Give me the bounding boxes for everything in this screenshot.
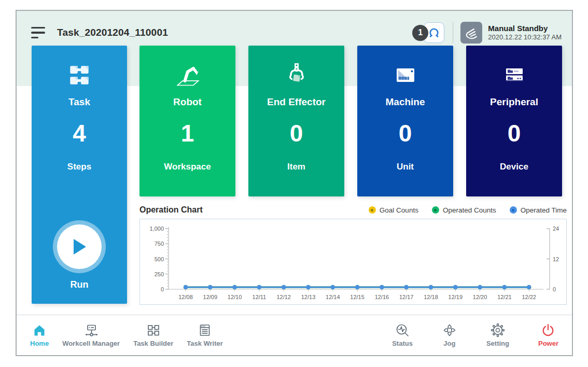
card-title: Robot	[139, 96, 235, 108]
chart-legend: Goal Counts Operated Counts Operated Tim…	[369, 206, 567, 214]
nav-item-setting[interactable]: Setting	[486, 323, 509, 347]
svg-text:12/22: 12/22	[522, 294, 536, 300]
svg-text:24: 24	[553, 225, 559, 232]
peripheral-card[interactable]: Peripheral 0 Device	[466, 46, 562, 196]
nav-label: Home	[30, 340, 49, 347]
machine-icon	[357, 59, 453, 91]
svg-text:12/08: 12/08	[178, 294, 193, 300]
nav-label: Status	[392, 340, 413, 347]
svg-text:12/09: 12/09	[203, 294, 218, 300]
card-value: 1	[139, 119, 235, 147]
svg-text:12/15: 12/15	[350, 294, 365, 300]
robot-arm-icon	[139, 59, 235, 91]
nav-label: Task Writer	[187, 340, 223, 347]
timestamp: 2020.12.22 10:32:37 AM	[488, 33, 562, 42]
header-right: 1	[412, 22, 562, 44]
chart-plot-area: 02505007501,00012/0812/0912/1012/1112/12…	[139, 219, 567, 305]
card-value: 4	[32, 119, 127, 147]
nav-label: Power	[538, 340, 558, 347]
legend-operated-counts[interactable]: Operated Counts	[432, 206, 496, 214]
card-value: 0	[248, 119, 344, 147]
svg-text:12/17: 12/17	[399, 294, 414, 300]
chart-header: Operation Chart Goal Counts Operated Cou…	[139, 203, 567, 217]
nav-label: Task Builder	[133, 340, 173, 347]
machine-card[interactable]: Machine 0 Unit	[357, 46, 453, 196]
card-title: Peripheral	[466, 96, 562, 108]
peripheral-server-icon	[466, 59, 562, 91]
nav-group-right: Status Jog	[392, 323, 558, 347]
operation-chart-section: Operation Chart Goal Counts Operated Cou…	[139, 203, 567, 305]
card-unit: Workspace	[139, 162, 235, 172]
run-label: Run	[71, 279, 89, 290]
legend-operated-time[interactable]: Operated Time	[510, 206, 567, 214]
page-title: Task_20201204_110001	[57, 27, 168, 38]
nav-item-status[interactable]: Status	[392, 323, 413, 347]
app-frame: Task_20201204_110001 1	[16, 10, 573, 356]
home-icon	[32, 323, 47, 337]
nav-item-jog[interactable]: Jog	[442, 323, 457, 347]
card-unit: Unit	[357, 162, 453, 172]
run-circle[interactable]	[57, 224, 102, 269]
card-unit: Item	[248, 162, 344, 172]
operation-chart: 02505007501,00012/0812/0912/1012/1112/12…	[140, 219, 566, 304]
run-button[interactable]: Run	[32, 224, 127, 290]
screen: Task_20201204_110001 1	[0, 0, 588, 367]
card-title: End Effector	[248, 96, 344, 108]
manual-hand-icon	[464, 25, 479, 40]
end-effector-gripper-icon	[248, 59, 344, 91]
nav-item-power[interactable]: Power	[538, 323, 558, 347]
svg-text:12/20: 12/20	[473, 294, 487, 300]
setting-icon	[490, 323, 506, 337]
svg-text:12/16: 12/16	[375, 294, 389, 300]
nav-label: Setting	[486, 340, 509, 347]
operated-counts-dot-icon	[432, 206, 439, 214]
card-title: Task	[32, 96, 127, 108]
robot-card[interactable]: Robot 1 Workspace	[139, 46, 235, 196]
svg-text:12/19: 12/19	[449, 294, 463, 300]
card-value: 0	[466, 119, 562, 147]
chart-title: Operation Chart	[139, 205, 203, 215]
svg-text:500: 500	[155, 256, 164, 262]
nav-item-task-writer[interactable]: Task Writer	[187, 323, 223, 347]
svg-text:250: 250	[155, 271, 164, 277]
notification-badge[interactable]: 1	[412, 25, 428, 41]
nav-item-workcell-manager[interactable]: Workcell Manager	[62, 323, 120, 347]
mode-label: Manual Standby	[488, 23, 562, 34]
stat-cards-row: Robot 1 Workspace	[139, 46, 562, 196]
card-unit: Device	[466, 162, 562, 172]
svg-text:12/10: 12/10	[228, 294, 242, 300]
power-icon	[540, 323, 556, 337]
nav-group-left: Home Workc	[30, 323, 223, 347]
mode-status: Manual Standby 2020.12.22 10:32:37 AM	[488, 23, 562, 42]
hamburger-icon[interactable]	[31, 27, 46, 38]
svg-text:12/21: 12/21	[497, 294, 512, 300]
svg-text:12/11: 12/11	[253, 294, 267, 300]
task-blocks-icon	[32, 59, 127, 91]
end-effector-card[interactable]: End Effector 0 Item	[248, 46, 344, 196]
jog-icon	[442, 323, 457, 337]
nav-label: Jog	[443, 340, 455, 347]
task-card[interactable]: Task 4 Steps Run	[32, 46, 127, 304]
svg-text:12/18: 12/18	[424, 294, 438, 300]
nav-label: Workcell Manager	[62, 340, 120, 347]
svg-text:12/14: 12/14	[326, 294, 340, 300]
gripper-clamp-icon	[426, 25, 442, 40]
svg-text:1,000: 1,000	[149, 225, 164, 232]
svg-text:12: 12	[553, 256, 559, 262]
divider	[453, 22, 453, 44]
legend-label: Operated Counts	[443, 206, 496, 214]
play-icon	[71, 237, 88, 257]
card-unit: Steps	[32, 162, 127, 172]
task-builder-icon	[146, 323, 161, 337]
legend-goal-counts[interactable]: Goal Counts	[369, 206, 418, 214]
svg-text:12/13: 12/13	[301, 294, 316, 300]
bottom-navigation: Home Workc	[17, 315, 572, 355]
svg-text:750: 750	[155, 241, 164, 247]
legend-label: Operated Time	[521, 206, 567, 214]
manual-mode-button[interactable]	[460, 22, 482, 44]
nav-item-task-builder[interactable]: Task Builder	[133, 323, 173, 347]
card-value: 0	[357, 119, 453, 147]
svg-text:0: 0	[161, 286, 164, 292]
card-title: Machine	[357, 96, 453, 108]
nav-item-home[interactable]: Home	[30, 323, 49, 347]
